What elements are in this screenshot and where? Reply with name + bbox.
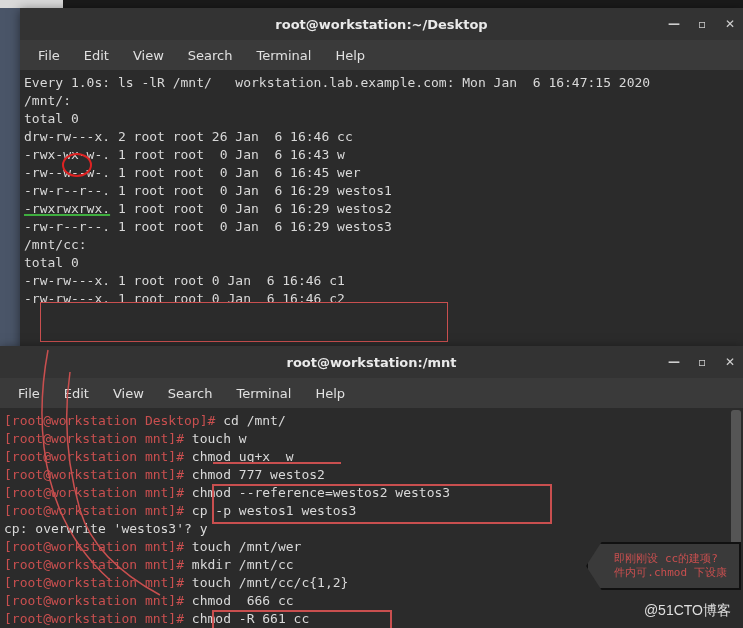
window-controls-1: — ▫ ✕ bbox=[667, 8, 737, 40]
term-line: [root@workstation mnt]# touch /mnt/cc/c{… bbox=[4, 574, 739, 592]
menu-view[interactable]: View bbox=[123, 44, 174, 67]
window-title-1: root@workstation:~/Desktop bbox=[275, 17, 487, 32]
menubar-2: File Edit View Search Terminal Help bbox=[0, 378, 743, 408]
close-button[interactable]: ✕ bbox=[723, 355, 737, 369]
menu-view[interactable]: View bbox=[103, 382, 154, 405]
term-line: [root@workstation mnt]# chmod 777 westos… bbox=[4, 466, 739, 484]
term-line: [root@workstation mnt]# chmod -R 661 cc bbox=[4, 610, 739, 628]
term-line: -rwxrwxrwx. 1 root root 0 Jan 6 16:29 we… bbox=[24, 200, 739, 218]
menu-help[interactable]: Help bbox=[305, 382, 355, 405]
term-line: [root@workstation Desktop]# cd /mnt/ bbox=[4, 412, 739, 430]
term-line: [root@workstation mnt]# cp -p westos1 we… bbox=[4, 502, 739, 520]
menu-terminal[interactable]: Terminal bbox=[246, 44, 321, 67]
term-line: -rw-rw---x. 1 root root 0 Jan 6 16:46 c1 bbox=[24, 272, 739, 290]
term-line: [root@workstation mnt]# touch /mnt/wer bbox=[4, 538, 739, 556]
menu-file[interactable]: File bbox=[8, 382, 50, 405]
term-line: [root@workstation mnt]# chmod ug+x w bbox=[4, 448, 739, 466]
window-controls-2: — ▫ ✕ bbox=[667, 346, 737, 378]
menu-file[interactable]: File bbox=[28, 44, 70, 67]
maximize-button[interactable]: ▫ bbox=[695, 355, 709, 369]
term-line: [root@workstation mnt]# touch w bbox=[4, 430, 739, 448]
minimize-button[interactable]: — bbox=[667, 17, 681, 31]
menu-edit[interactable]: Edit bbox=[54, 382, 99, 405]
menu-edit[interactable]: Edit bbox=[74, 44, 119, 67]
term-line: -rw-r--r--. 1 root root 0 Jan 6 16:29 we… bbox=[24, 218, 739, 236]
menu-search[interactable]: Search bbox=[178, 44, 243, 67]
term-line: total 0 bbox=[24, 110, 739, 128]
terminal-window-1: root@workstation:~/Desktop — ▫ ✕ File Ed… bbox=[20, 8, 743, 348]
terminal-output-2[interactable]: [root@workstation Desktop]# cd /mnt/[roo… bbox=[0, 408, 743, 628]
menubar-1: File Edit View Search Terminal Help bbox=[20, 40, 743, 70]
maximize-button[interactable]: ▫ bbox=[695, 17, 709, 31]
term-line: cp: overwrite 'westos3'? y bbox=[4, 520, 739, 538]
term-line: [root@workstation mnt]# mkdir /mnt/cc bbox=[4, 556, 739, 574]
term-line: -rw-r--r--. 1 root root 0 Jan 6 16:29 we… bbox=[24, 182, 739, 200]
term-line: [root@workstation mnt]# chmod --referenc… bbox=[4, 484, 739, 502]
term-line: total 0 bbox=[24, 254, 739, 272]
minimize-button[interactable]: — bbox=[667, 355, 681, 369]
term-line: /mnt/: bbox=[24, 92, 739, 110]
term-line: [root@workstation mnt]# chmod 666 cc bbox=[4, 592, 739, 610]
term-line: -rwx-wx-w-. 1 root root 0 Jan 6 16:43 w bbox=[24, 146, 739, 164]
terminal-output-1[interactable]: Every 1.0s: ls -lR /mnt/ workstation.lab… bbox=[20, 70, 743, 348]
annotation-box-cc-files bbox=[40, 302, 448, 342]
menu-help[interactable]: Help bbox=[325, 44, 375, 67]
term-line: /mnt/cc: bbox=[24, 236, 739, 254]
watch-header: Every 1.0s: ls -lR /mnt/ workstation.lab… bbox=[24, 74, 739, 92]
titlebar-2[interactable]: root@workstation:/mnt — ▫ ✕ bbox=[0, 346, 743, 378]
terminal-window-2: root@workstation:/mnt — ▫ ✕ File Edit Vi… bbox=[0, 346, 743, 628]
term-line: drw-rw---x. 2 root root 26 Jan 6 16:46 c… bbox=[24, 128, 739, 146]
scrollbar-thumb[interactable] bbox=[731, 410, 741, 580]
window-title-2: root@workstation:/mnt bbox=[286, 355, 456, 370]
close-button[interactable]: ✕ bbox=[723, 17, 737, 31]
menu-terminal[interactable]: Terminal bbox=[226, 382, 301, 405]
titlebar-1[interactable]: root@workstation:~/Desktop — ▫ ✕ bbox=[20, 8, 743, 40]
term-line: -rw--w--w-. 1 root root 0 Jan 6 16:45 we… bbox=[24, 164, 739, 182]
desktop-panel-top bbox=[0, 0, 63, 8]
menu-search[interactable]: Search bbox=[158, 382, 223, 405]
term-line: -rw-rw---x. 1 root root 0 Jan 6 16:46 c2 bbox=[24, 290, 739, 308]
